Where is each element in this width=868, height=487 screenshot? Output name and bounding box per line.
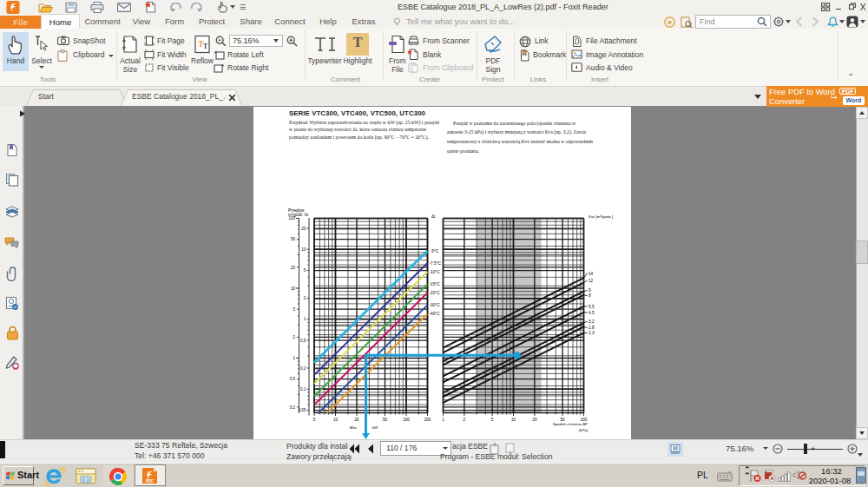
svg-text:9: 9	[589, 288, 591, 293]
svg-text:50: 50	[291, 237, 296, 241]
svg-text:20: 20	[354, 418, 359, 422]
svg-text:-20°C: -20°C	[430, 291, 441, 295]
svg-text:T: T	[203, 43, 208, 50]
svg-text:1: 1	[293, 356, 295, 360]
svg-text:20: 20	[291, 266, 296, 270]
svg-text:0,1: 0,1	[300, 387, 306, 392]
svg-text:100: 100	[403, 418, 410, 422]
svg-text:20: 20	[532, 418, 537, 422]
svg-text:1: 1	[442, 418, 444, 422]
svg-text:5,5: 5,5	[589, 305, 595, 309]
svg-text:2,8: 2,8	[589, 326, 595, 330]
svg-text:Kvs [m³/godz.]: Kvs [m³/godz.]	[589, 214, 613, 219]
svg-text:-40°C: -40°C	[430, 312, 441, 316]
svg-text:2,3: 2,3	[589, 331, 595, 335]
svg-text:50: 50	[383, 418, 388, 422]
svg-text:10: 10	[291, 286, 296, 291]
svg-text:-15°C: -15°C	[430, 282, 441, 286]
svg-text:-30°C: -30°C	[430, 303, 441, 307]
svg-text:5: 5	[491, 418, 494, 422]
svg-text:10: 10	[511, 418, 516, 422]
svg-text:5: 5	[313, 418, 316, 422]
svg-text:0,5: 0,5	[300, 339, 306, 343]
svg-text:Przepływ: Przepływ	[288, 208, 305, 213]
svg-text:-10°C: -10°C	[430, 270, 441, 274]
svg-text:Moc: Moc	[350, 425, 358, 430]
svg-text:10: 10	[301, 247, 306, 252]
svg-text:200: 200	[424, 418, 431, 422]
svg-text:PDF: PDF	[146, 479, 154, 484]
svg-text:Δt: Δt	[431, 214, 436, 219]
svg-text:2: 2	[304, 296, 306, 300]
svg-text:2: 2	[293, 335, 295, 339]
svg-text:3,2: 3,2	[589, 319, 595, 324]
svg-text:[kPa]: [kPa]	[579, 428, 588, 432]
svg-text:10: 10	[333, 418, 339, 422]
svg-text:- 5°C: - 5°C	[430, 249, 439, 253]
svg-text:20: 20	[301, 227, 306, 231]
svg-text:4,5: 4,5	[589, 311, 595, 315]
svg-text:8: 8	[589, 293, 591, 298]
svg-text:Spadek ciśnienia ΔP: Spadek ciśnienia ΔP	[553, 422, 588, 426]
svg-text:-7,5°C: -7,5°C	[430, 261, 442, 266]
svg-text:kW: kW	[372, 425, 378, 430]
svg-text:5: 5	[293, 307, 295, 312]
svg-text:2: 2	[464, 418, 466, 422]
svg-text:1: 1	[304, 317, 306, 321]
svg-text:12: 12	[589, 279, 594, 283]
svg-text:0,2: 0,2	[290, 405, 296, 410]
svg-text:14: 14	[589, 272, 594, 276]
svg-text:m³/godz. l/s: m³/godz. l/s	[288, 213, 309, 217]
svg-text:0,05: 0,05	[298, 408, 306, 412]
svg-text:5: 5	[304, 268, 306, 273]
svg-text:0,5: 0,5	[290, 377, 296, 381]
svg-text:0,2: 0,2	[300, 366, 306, 371]
